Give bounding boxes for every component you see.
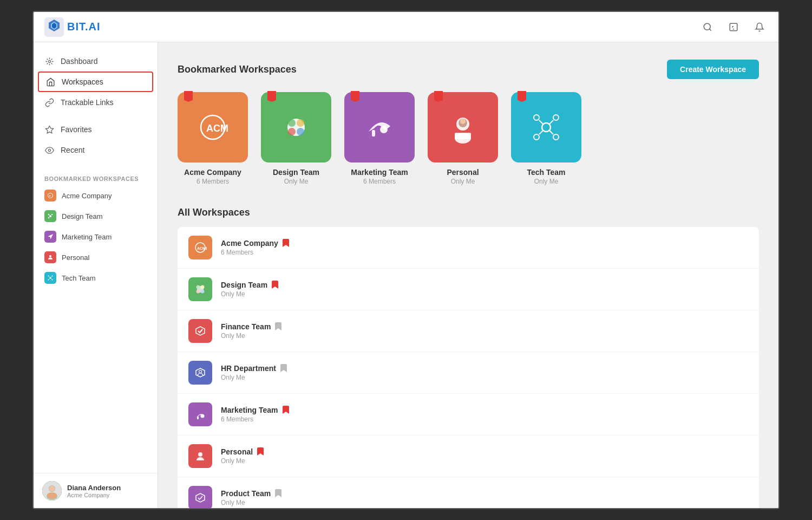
- list-info-finance: Finance Team Only Me: [221, 322, 748, 340]
- sidebar-item-favorites[interactable]: Favorites: [34, 119, 158, 140]
- list-icon-design: [188, 277, 212, 301]
- list-item-finance[interactable]: Finance Team Only Me: [178, 310, 759, 352]
- svg-point-56: [197, 290, 200, 294]
- sidebar-footer: Diana Anderson Acme Company: [34, 473, 158, 508]
- bookmark-icon-personal: [257, 447, 264, 456]
- card-personal-name: Personal: [447, 168, 479, 177]
- svg-point-17: [48, 280, 49, 281]
- svg-rect-41: [455, 133, 471, 139]
- svg-point-11: [51, 214, 53, 216]
- bookmarked-cards-grid: ACME Acme Company 6 Members: [178, 92, 759, 185]
- svg-point-59: [201, 414, 205, 418]
- svg-point-34: [297, 128, 304, 135]
- card-personal[interactable]: Personal Only Me: [428, 92, 498, 185]
- svg-line-47: [539, 120, 543, 124]
- sidebar-item-trackable-links[interactable]: Trackable Links: [34, 92, 158, 113]
- list-icon-marketing: [188, 402, 212, 426]
- svg-line-49: [539, 131, 543, 134]
- svg-line-22: [51, 278, 52, 280]
- list-meta-finance: Only Me: [221, 332, 748, 340]
- sidebar-bookmarked-tech[interactable]: Tech Team: [34, 268, 158, 288]
- app-frame: BIT.AI Dashboard: [32, 11, 780, 509]
- card-acme[interactable]: ACME Acme Company 6 Members: [178, 92, 248, 185]
- main-layout: Dashboard Workspaces Trackable Links: [34, 42, 778, 508]
- list-icon-acme: ACME: [188, 236, 212, 259]
- help-button[interactable]: [725, 19, 742, 35]
- card-design-name: Design Team: [273, 168, 319, 177]
- sidebar-item-recent[interactable]: Recent: [34, 140, 158, 160]
- sidebar-item-dashboard[interactable]: Dashboard: [34, 51, 158, 72]
- notification-button[interactable]: [751, 19, 768, 35]
- card-design[interactable]: Design Team Only Me: [261, 92, 331, 185]
- svg-point-12: [48, 217, 50, 219]
- list-item-hr[interactable]: HR Department Only Me: [178, 352, 759, 394]
- sidebar-bookmarked-personal[interactable]: Personal: [34, 247, 158, 268]
- sidebar-design-label: Design Team: [62, 212, 103, 220]
- list-name-personal: Personal: [221, 447, 748, 456]
- list-info-acme: Acme Company 6 Members: [221, 239, 748, 256]
- favorites-label: Favorites: [61, 125, 92, 134]
- sidebar-nav: Dashboard Workspaces Trackable Links: [34, 42, 158, 473]
- svg-rect-36: [372, 130, 375, 136]
- svg-point-55: [201, 285, 205, 289]
- footer-user-info: Diana Anderson Acme Company: [67, 484, 121, 498]
- list-name-acme: Acme Company: [221, 239, 748, 248]
- svg-point-44: [553, 115, 559, 120]
- eye-icon: [44, 145, 54, 155]
- card-marketing-name: Marketing Team: [351, 168, 408, 177]
- svg-line-20: [51, 277, 52, 278]
- card-tech-name: Tech Team: [527, 168, 565, 177]
- sidebar: Dashboard Workspaces Trackable Links: [34, 42, 158, 508]
- list-info-design: Design Team Only Me: [221, 281, 748, 298]
- list-icon-product: [188, 486, 212, 508]
- list-item-marketing[interactable]: Marketing Team 6 Members: [178, 394, 759, 435]
- design-dot: [44, 210, 56, 222]
- bookmark-flag-marketing: [351, 91, 359, 102]
- sidebar-item-workspaces[interactable]: Workspaces: [38, 72, 153, 92]
- bookmark-icon-product: [275, 489, 281, 498]
- list-meta-hr: Only Me: [221, 374, 748, 381]
- svg-point-61: [198, 452, 202, 457]
- search-button[interactable]: [699, 19, 716, 35]
- star-icon: [44, 125, 54, 134]
- svg-point-26: [49, 486, 55, 491]
- svg-point-46: [553, 134, 559, 140]
- sidebar-marketing-label: Marketing Team: [62, 233, 112, 241]
- svg-point-35: [380, 126, 388, 133]
- bookmark-flag-design: [267, 91, 276, 102]
- card-acme-meta: 6 Members: [197, 178, 229, 185]
- svg-line-21: [49, 278, 50, 280]
- create-workspace-button[interactable]: Create Workspace: [667, 60, 759, 79]
- sidebar-bookmarked-acme[interactable]: A Acme Company: [34, 185, 158, 206]
- tech-dot: [44, 272, 56, 284]
- card-tech-meta: Only Me: [534, 178, 559, 185]
- logo-brand-text: BIT.AI: [67, 21, 101, 33]
- list-item-product[interactable]: Product Team Only Me: [178, 477, 759, 508]
- svg-point-15: [48, 276, 49, 277]
- svg-point-1: [704, 23, 710, 30]
- list-name-design: Design Team: [221, 281, 748, 289]
- list-item-design[interactable]: Design Team Only Me: [178, 269, 759, 310]
- list-name-finance: Finance Team: [221, 322, 748, 331]
- bookmark-flag-acme: [184, 91, 193, 102]
- logo-icon: [44, 17, 64, 37]
- svg-point-58: [199, 370, 202, 373]
- svg-point-54: [197, 285, 200, 289]
- trackable-links-label: Trackable Links: [61, 98, 114, 107]
- list-name-hr: HR Department: [221, 364, 748, 373]
- sidebar-bookmarked-marketing[interactable]: Marketing Team: [34, 226, 158, 247]
- bookmarked-section-heading: BOOKMARKED WORKSPACES: [34, 169, 158, 185]
- svg-text:ACME: ACME: [206, 123, 229, 134]
- sidebar-personal-label: Personal: [62, 253, 89, 262]
- sidebar-bookmarked-design[interactable]: Design Team: [34, 206, 158, 226]
- logo: BIT.AI: [44, 17, 101, 37]
- sidebar-acme-label: Acme Company: [62, 192, 112, 200]
- card-marketing[interactable]: Marketing Team 6 Members: [344, 92, 415, 185]
- list-item-acme[interactable]: ACME Acme Company 6 Members: [178, 227, 759, 269]
- svg-point-3: [734, 29, 734, 29]
- svg-point-9: [49, 215, 51, 217]
- list-item-personal[interactable]: Personal Only Me: [178, 435, 759, 477]
- card-tech[interactable]: Tech Team Only Me: [511, 92, 581, 185]
- bookmarked-section-header: Bookmarked Workspaces Create Workspace: [178, 60, 759, 79]
- footer-username: Diana Anderson: [67, 484, 121, 492]
